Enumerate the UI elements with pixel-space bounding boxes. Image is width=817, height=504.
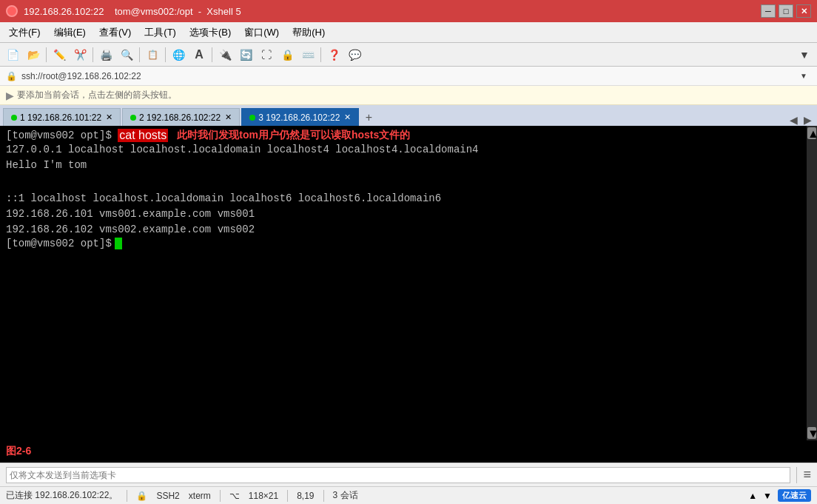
tab-3-dot xyxy=(249,115,255,121)
tb-edit[interactable]: ✏️ xyxy=(50,46,69,64)
tab-1-close[interactable]: ✕ xyxy=(106,112,112,122)
input-sep xyxy=(796,467,797,483)
tb-menu-right[interactable]: ▼ xyxy=(795,46,814,64)
status-term: xterm xyxy=(189,491,211,501)
tab-3[interactable]: 3 192.168.26.102:22 ✕ xyxy=(241,108,359,126)
status-sep-1 xyxy=(127,490,127,502)
terminal-content[interactable]: [tom@vms002 opt]$ cat hosts 此时我们发现tom用户仍… xyxy=(0,126,807,440)
terminal-container: [tom@vms002 opt]$ cat hosts 此时我们发现tom用户仍… xyxy=(0,126,817,440)
menu-bar: 文件(F) 编辑(E) 查看(V) 工具(T) 选项卡(B) 窗口(W) 帮助(… xyxy=(0,22,817,43)
tb-globe[interactable]: 🌐 xyxy=(169,46,188,64)
tab-3-label: 3 192.168.26.102:22 xyxy=(258,112,340,123)
tab-bar: 1 192.168.26.101:22 ✕ 2 192.168.26.102:2… xyxy=(0,105,817,126)
address-dropdown-btn[interactable]: ▼ xyxy=(796,69,811,84)
tb-open[interactable]: 📂 xyxy=(24,46,43,64)
menu-edit[interactable]: 编辑(E) xyxy=(48,24,92,41)
tb-connect[interactable]: 🔌 xyxy=(215,46,235,64)
tb-cut[interactable]: ✂️ xyxy=(70,46,90,64)
scroll-up-arrow[interactable]: ▲ xyxy=(807,127,816,139)
tb-refresh[interactable]: 🔄 xyxy=(236,46,255,64)
status-lock-icon: 🔒 xyxy=(136,491,147,501)
scroll-down-arrow[interactable]: ▼ xyxy=(807,427,816,439)
yilian-logo: 亿速云 xyxy=(778,489,811,502)
output-line-5: 192.168.26.101 vms001.example.com vms001 xyxy=(6,206,801,222)
tab-nav: ◀ ▶ xyxy=(787,114,814,126)
status-sep-4 xyxy=(323,490,324,502)
status-down-arrow[interactable]: ▼ xyxy=(763,491,772,501)
tb-font[interactable]: A xyxy=(189,46,209,64)
info-text: 要添加当前会话，点击左侧的箭头按钮。 xyxy=(17,89,177,101)
tb-search[interactable]: 🔍 xyxy=(117,46,136,64)
status-sessions: 3 会话 xyxy=(333,489,358,502)
final-prompt-text: [tom@vms002 opt]$ xyxy=(6,238,112,249)
menu-help[interactable]: 帮助(H) xyxy=(286,24,331,41)
terminal-scrollbar[interactable]: ▲ ▼ xyxy=(807,126,817,440)
tab-prev-button[interactable]: ◀ xyxy=(787,114,800,126)
window-controls: ─ □ ✕ xyxy=(761,4,811,18)
tb-copy[interactable]: 📋 xyxy=(143,46,162,64)
menu-window[interactable]: 窗口(W) xyxy=(238,24,285,41)
info-arrow-icon: ▶ xyxy=(6,90,14,101)
toolbar-sep-1 xyxy=(46,47,47,62)
toolbar-sep-5 xyxy=(212,47,212,62)
tb-print[interactable]: 🖨️ xyxy=(96,46,115,64)
menu-tabs[interactable]: 选项卡(B) xyxy=(184,24,237,41)
address-bar: 🔒 ssh://root@192.168.26.102:22 ▼ xyxy=(0,67,817,86)
status-sep-2 xyxy=(220,490,221,502)
tab-add-button[interactable]: + xyxy=(360,110,377,126)
tb-fullscreen[interactable]: ⛶ xyxy=(257,46,276,64)
input-menu-button[interactable]: ≡ xyxy=(803,467,811,483)
status-right: ▲ ▼ 亿速云 xyxy=(748,489,811,502)
menu-file[interactable]: 文件(F) xyxy=(3,24,47,41)
menu-view[interactable]: 查看(V) xyxy=(93,24,137,41)
image-label-text: 图2-6 xyxy=(6,445,31,458)
send-input[interactable] xyxy=(6,467,790,483)
title-text: 192.168.26.102:22 tom@vms002:/opt - Xshe… xyxy=(24,6,241,17)
title-user-host: tom@vms002:/opt xyxy=(115,6,193,17)
toolbar: 📄 📂 ✏️ ✂️ 🖨️ 🔍 📋 🌐 A 🔌 🔄 ⛶ 🔒 ⌨️ ❓ 💬 ▼ xyxy=(0,43,817,67)
prompt-space xyxy=(112,130,118,141)
title-ip: 192.168.26.102:22 xyxy=(24,6,104,17)
tab-next-button[interactable]: ▶ xyxy=(801,114,814,126)
tab-1-dot xyxy=(11,115,17,121)
tb-lock[interactable]: 🔒 xyxy=(278,46,297,64)
toolbar-sep-6 xyxy=(320,47,321,62)
tb-keyboard[interactable]: ⌨️ xyxy=(298,46,317,64)
tab-2-label: 2 192.168.26.102:22 xyxy=(139,112,221,123)
command-highlight: cat hosts xyxy=(118,129,168,142)
cursor-block xyxy=(115,238,122,249)
final-prompt-line: [tom@vms002 opt]$ xyxy=(6,238,801,249)
output-line-4: ::1 localhost localhost.localdomain loca… xyxy=(6,191,801,206)
address-lock-icon: 🔒 xyxy=(6,71,17,81)
output-line-2: Hello I'm tom xyxy=(6,158,801,173)
app-window: 192.168.26.102:22 tom@vms002:/opt - Xshe… xyxy=(0,0,817,504)
output-line-1: 127.0.0.1 localhost localhost.localdomai… xyxy=(6,142,801,158)
output-blank-line xyxy=(6,173,801,191)
status-protocol: SSH2 xyxy=(156,491,179,501)
info-bar: ▶ 要添加当前会话，点击左侧的箭头按钮。 xyxy=(0,86,817,105)
tab-2-close[interactable]: ✕ xyxy=(225,112,232,122)
tab-2[interactable]: 2 192.168.26.102:22 ✕ xyxy=(122,108,240,126)
close-button[interactable]: ✕ xyxy=(796,4,811,18)
tb-chat[interactable]: 💬 xyxy=(345,46,364,64)
maximize-button[interactable]: □ xyxy=(779,4,793,18)
tb-help[interactable]: ❓ xyxy=(324,46,343,64)
toolbar-sep-3 xyxy=(139,47,140,62)
prompt-text: [tom@vms002 opt]$ xyxy=(6,130,112,141)
tab-1[interactable]: 1 192.168.26.101:22 ✕ xyxy=(3,108,121,126)
address-text: ssh://root@192.168.26.102:22 xyxy=(21,71,141,81)
title-bar: 192.168.26.102:22 tom@vms002:/opt - Xshe… xyxy=(0,0,817,22)
menu-tools[interactable]: 工具(T) xyxy=(138,24,182,41)
minimize-button[interactable]: ─ xyxy=(761,4,776,18)
status-sep-3 xyxy=(287,490,288,502)
comment-text: 此时我们发现tom用户仍然是可以读取hosts文件的 xyxy=(177,129,410,142)
status-position: 8,19 xyxy=(297,491,314,501)
toolbar-sep-4 xyxy=(165,47,166,62)
tb-new[interactable]: 📄 xyxy=(3,46,22,64)
command-line: [tom@vms002 opt]$ cat hosts 此时我们发现tom用户仍… xyxy=(6,129,801,142)
tab-2-dot xyxy=(130,115,136,121)
status-bar: 已连接 192.168.26.102:22。 🔒 SSH2 xterm ⌥ 11… xyxy=(0,486,817,504)
tab-3-close[interactable]: ✕ xyxy=(344,112,351,122)
title-app: Xshell 5 xyxy=(206,6,241,17)
status-up-arrow[interactable]: ▲ xyxy=(748,491,757,501)
